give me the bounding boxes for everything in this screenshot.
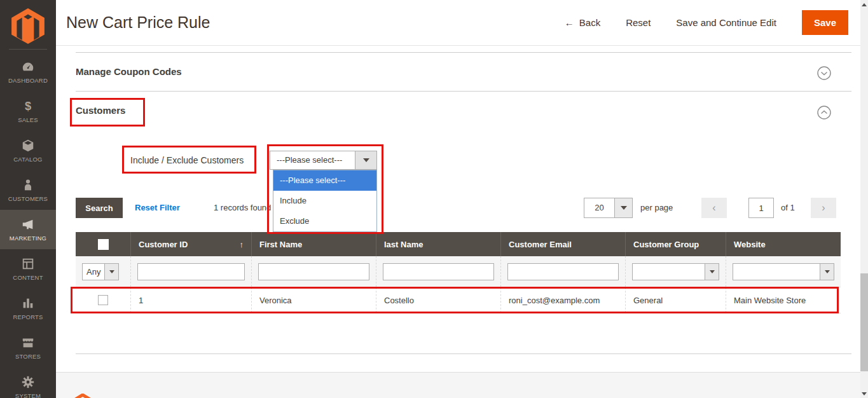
column-label: First Name <box>259 240 302 249</box>
customer-group-filter-select[interactable] <box>632 263 719 280</box>
column-header-customer-group[interactable]: Customer Group <box>625 232 726 256</box>
dropdown-option-please-select[interactable]: ---Please select--- <box>273 170 376 191</box>
column-label: Website <box>734 240 766 249</box>
customers-icon <box>21 178 35 192</box>
filter-cell <box>726 256 841 287</box>
marketing-icon <box>21 217 35 231</box>
reports-icon <box>21 296 35 310</box>
table-row[interactable]: 1 Veronica Costello roni_cost@example.co… <box>76 287 841 313</box>
back-button[interactable]: ← Back <box>565 17 600 28</box>
sidebar-item-reports[interactable]: REPORTS <box>0 289 56 328</box>
filter-cell <box>130 256 251 287</box>
per-page-open-button[interactable] <box>614 198 632 217</box>
catalog-icon <box>21 139 35 153</box>
search-button[interactable]: Search <box>76 198 123 218</box>
reset-label: Reset <box>626 17 651 28</box>
sidebar-item-catalog[interactable]: CATALOG <box>0 131 56 170</box>
section-title-manage-coupon-codes: Manage Coupon Codes <box>76 66 182 77</box>
any-filter-open-button[interactable] <box>104 264 118 280</box>
sidebar-item-content[interactable]: CONTENT <box>0 249 56 289</box>
website-filter-select[interactable] <box>733 263 834 280</box>
reset-filter-link[interactable]: Reset Filter <box>135 203 180 212</box>
magento-admin-app: DASHBOARD $ SALES CATALOG CUSTOMERS <box>0 0 868 398</box>
customer-id-filter-input[interactable] <box>137 263 245 280</box>
sidebar-item-label: SALES <box>18 116 38 123</box>
sidebar-item-stores[interactable]: STORES <box>0 328 56 367</box>
column-label: Customer Email <box>509 240 572 249</box>
page-title: New Cart Price Rule <box>66 13 210 32</box>
cell-customer-group: General <box>625 287 726 313</box>
sidebar-item-label: DASHBOARD <box>8 77 48 84</box>
customer-group-filter-open-button[interactable] <box>705 264 719 280</box>
admin-sidebar: DASHBOARD $ SALES CATALOG CUSTOMERS <box>0 0 56 398</box>
sidebar-item-dashboard[interactable]: DASHBOARD <box>0 52 56 92</box>
reset-button[interactable]: Reset <box>626 17 651 28</box>
content-icon <box>21 257 35 271</box>
previous-page-button[interactable]: ‹ <box>701 198 727 218</box>
dashboard-icon <box>21 60 35 74</box>
next-page-button[interactable]: › <box>811 198 836 218</box>
scrollbar-thumb[interactable] <box>860 273 868 371</box>
first-name-filter-input[interactable] <box>258 263 369 280</box>
sidebar-item-label: CONTENT <box>13 274 43 281</box>
select-open-button[interactable] <box>355 151 376 169</box>
sidebar-item-system[interactable]: SYSTEM <box>0 367 56 398</box>
scroll-down-icon[interactable] <box>860 389 868 398</box>
any-filter-value: Any <box>83 264 104 280</box>
any-filter-select[interactable]: Any <box>82 263 119 280</box>
dropdown-option-include[interactable]: Include <box>273 191 376 211</box>
sidebar-item-sales[interactable]: $ SALES <box>0 92 56 131</box>
column-header-customer-email[interactable]: Customer Email <box>500 232 625 256</box>
include-exclude-select[interactable]: ---Please select--- <box>270 151 377 170</box>
sidebar-item-label: MARKETING <box>10 235 46 242</box>
grid-filter-row: Any <box>76 256 841 287</box>
per-page-value: 20 <box>584 198 614 217</box>
collapse-chevron-up-icon[interactable] <box>817 106 831 120</box>
select-all-checkbox[interactable] <box>98 239 109 250</box>
sidebar-item-label: SYSTEM <box>15 392 41 398</box>
vertical-scrollbar[interactable] <box>860 0 868 398</box>
dropdown-option-exclude[interactable]: Exclude <box>273 211 376 231</box>
cell-customer-email: roni_cost@example.com <box>500 287 625 313</box>
include-exclude-dropdown-list: ---Please select--- Include Exclude <box>273 170 377 232</box>
collapse-chevron-down-icon[interactable] <box>817 66 831 80</box>
magento-logo[interactable] <box>0 8 56 47</box>
website-filter-open-button[interactable] <box>820 264 834 280</box>
column-header-website[interactable]: Website <box>726 232 841 256</box>
page-number-input[interactable] <box>748 198 774 218</box>
save-and-continue-button[interactable]: Save and Continue Edit <box>676 17 776 28</box>
page-total-text: of 1 <box>781 203 795 212</box>
header-actions: ← Back Reset Save and Continue Edit Save <box>565 10 848 35</box>
sales-icon: $ <box>21 99 35 113</box>
filter-cell <box>625 256 726 287</box>
sidebar-item-label: CUSTOMERS <box>8 195 48 202</box>
sidebar-item-marketing[interactable]: MARKETING <box>0 210 56 249</box>
column-label: Customer ID <box>139 240 188 249</box>
save-button[interactable]: Save <box>802 10 848 35</box>
scroll-up-icon[interactable] <box>860 0 868 9</box>
chevron-down-icon <box>109 270 114 273</box>
chevron-down-icon <box>621 206 627 210</box>
row-select-cell <box>76 287 130 313</box>
page-content: Manage Coupon Codes Customers Include / … <box>56 46 860 372</box>
column-header-last-name[interactable]: last Name <box>376 232 500 256</box>
column-label: Customer Group <box>633 240 699 249</box>
page-footer <box>56 372 860 398</box>
column-header-customer-id[interactable]: Customer ID ↑ <box>130 232 251 256</box>
chevron-down-icon <box>825 270 830 273</box>
row-checkbox[interactable] <box>98 295 108 305</box>
customer-email-filter-input[interactable] <box>507 263 619 280</box>
divider <box>76 52 851 53</box>
filter-cell <box>376 256 500 287</box>
save-continue-label: Save and Continue Edit <box>676 17 776 28</box>
records-found-text: 1 records found <box>214 203 271 212</box>
select-all-header-cell <box>76 232 130 256</box>
filter-cell-any: Any <box>76 256 130 287</box>
last-name-filter-input[interactable] <box>383 263 494 280</box>
page-header: New Cart Price Rule ← Back Reset Save an… <box>56 0 860 46</box>
sidebar-item-customers[interactable]: CUSTOMERS <box>0 170 56 210</box>
column-header-first-name[interactable]: First Name <box>251 232 376 256</box>
website-filter-value <box>733 264 820 280</box>
select-current-value: ---Please select--- <box>270 151 355 169</box>
per-page-select[interactable]: 20 <box>584 198 633 218</box>
